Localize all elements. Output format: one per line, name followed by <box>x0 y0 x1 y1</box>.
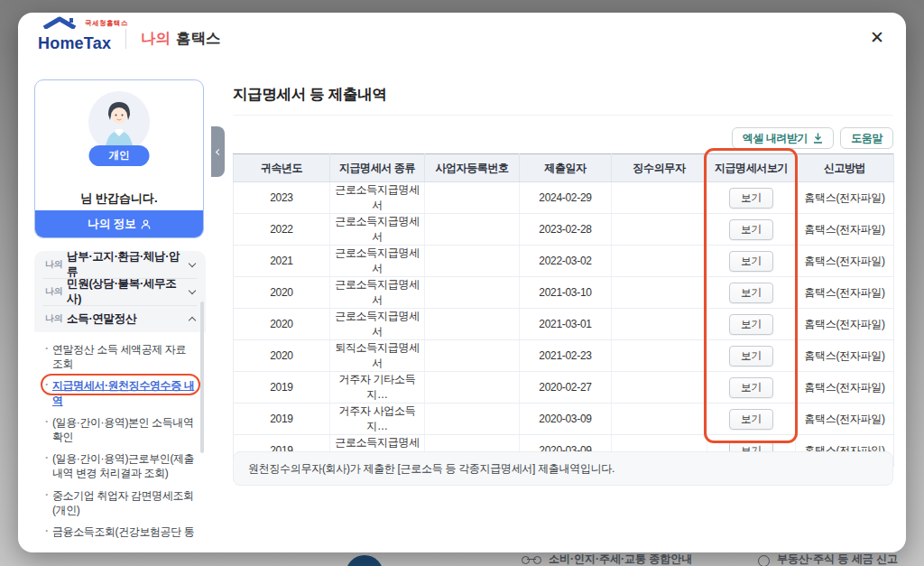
cell-view: 보기 <box>707 340 796 372</box>
table-row: 2020근로소득지급명세서2021-03-10보기홈택스(전자파일) <box>234 277 894 309</box>
table-column-header: 제출일자 <box>520 154 612 182</box>
sidebar-submenu-item[interactable]: (일용·간이·용역)본인 소득내역 확인 <box>43 412 199 448</box>
table-row: 2023근로소득지급명세서2024-02-29보기홈택스(전자파일) <box>234 182 894 214</box>
help-button[interactable]: 도움말 <box>840 127 893 149</box>
download-icon <box>813 133 823 144</box>
sidebar-section[interactable]: 나의소득·연말정산 <box>34 305 206 332</box>
cell-type: 거주자 기타소득지… <box>330 372 425 404</box>
my-info-button[interactable]: 나의 정보 <box>35 210 203 237</box>
cell-biz-no <box>425 277 520 309</box>
chevron-left-icon <box>216 148 222 154</box>
view-button[interactable]: 보기 <box>729 377 773 398</box>
excel-download-button[interactable]: 엑셀 내려받기 <box>732 127 835 149</box>
chevron-down-icon <box>189 286 196 293</box>
dimmed-background-strip: 소비·인지·주세·교통 종합안내 부동산·주식 등 세금 신고 <box>0 552 924 566</box>
table-column-header: 지급명세서보기 <box>707 154 796 182</box>
cell-type: 근로소득지급명세서 <box>330 246 425 277</box>
submenu-item-label: 지급명세서·원천징수영수증 내역 <box>52 379 194 406</box>
coin-icon <box>758 555 770 566</box>
cell-method: 홈택스(전자파일) <box>796 340 894 372</box>
view-button[interactable]: 보기 <box>729 409 773 430</box>
cell-view: 보기 <box>707 182 796 214</box>
cell-withholder <box>612 340 707 372</box>
cell-method: 홈택스(전자파일) <box>796 277 894 309</box>
submission-table: 귀속년도지급명세서 종류사업자등록번호제출일자징수의무자지급명세서보기신고방법 … <box>233 153 894 467</box>
cell-biz-no <box>425 309 520 340</box>
cell-type: 퇴직소득지급명세서 <box>330 340 425 372</box>
cell-view: 보기 <box>707 246 796 277</box>
cell-biz-no <box>425 182 520 214</box>
cell-type: 거주자 사업소득지… <box>330 404 425 435</box>
cell-type: 근로소득지급명세서 <box>330 309 425 340</box>
cell-year: 2023 <box>234 182 330 214</box>
cell-date: 2021-02-23 <box>520 340 612 372</box>
cell-type: 근로소득지급명세서 <box>330 214 425 246</box>
footnote-box: 원천징수의무자(회사)가 제출한 [근로소득 등 각종지급명세서] 제출내역입니… <box>233 451 893 486</box>
cell-year: 2019 <box>234 372 330 404</box>
close-icon[interactable]: ✕ <box>870 29 884 46</box>
cell-year: 2021 <box>234 246 330 277</box>
submenu-item-label: (일용·간이·용역)근로부인(제출내역 변경 처리결과 조회) <box>52 452 194 479</box>
view-button[interactable]: 보기 <box>729 314 773 335</box>
table-row: 2020퇴직소득지급명세서2021-02-23보기홈택스(전자파일) <box>234 340 894 372</box>
sidebar-submenu-item[interactable]: 중소기업 취업자 감면명세조회(개인) <box>43 485 199 521</box>
modal-title-rest: 홈택스 <box>176 29 221 49</box>
view-button[interactable]: 보기 <box>729 188 773 209</box>
submenu-item-label: 중소기업 취업자 감면명세조회(개인) <box>52 489 194 516</box>
sidebar-section[interactable]: 나의납부·고지·환급·체납·압류 <box>34 251 206 278</box>
cell-biz-no <box>425 404 520 435</box>
cell-method: 홈택스(전자파일) <box>796 404 894 435</box>
avatar <box>88 91 150 153</box>
sidebar-submenu-item[interactable]: (일용·간이·용역)근로부인(제출내역 변경 처리결과 조회) <box>43 448 199 484</box>
chevron-up-icon <box>189 316 196 323</box>
sidebar-submenu-item[interactable]: 금융소득조회(건강보험공단 통보자료) <box>43 521 199 540</box>
cell-date: 2023-02-28 <box>520 214 612 246</box>
table-row: 2022근로소득지급명세서2023-02-28보기홈택스(전자파일) <box>234 214 894 246</box>
modal-title: 나의 홈택스 <box>141 29 221 49</box>
sidebar-submenu-item[interactable]: 지급명세서·원천징수영수증 내역 <box>43 375 199 411</box>
modal-title-accent: 나의 <box>141 29 171 49</box>
title-divider <box>233 115 893 116</box>
submenu-item-label: 연말정산 소득 세액공제 자료 조회 <box>52 343 186 370</box>
user-type-badge: 개인 <box>89 145 150 166</box>
cell-type: 근로소득지급명세서 <box>330 277 425 309</box>
view-button[interactable]: 보기 <box>729 219 773 240</box>
footnote-text: 원천징수의무자(회사)가 제출한 [근로소득 등 각종지급명세서] 제출내역입니… <box>248 461 614 477</box>
view-button[interactable]: 보기 <box>729 346 773 367</box>
section-prefix: 나의 <box>45 285 63 298</box>
background-menu-label: 소비·인지·주세·교통 종합안내 <box>549 552 692 566</box>
cell-view: 보기 <box>707 372 796 404</box>
section-label: 민원(상담·불복·세무조사) <box>67 276 189 307</box>
roof-icon <box>42 16 83 32</box>
table-row: 2019거주자 기타소득지…2020-02-27보기홈택스(전자파일) <box>234 372 894 404</box>
cell-method: 홈택스(전자파일) <box>796 182 894 214</box>
cell-withholder <box>612 182 707 214</box>
view-button[interactable]: 보기 <box>729 283 773 303</box>
cell-date: 2022-03-02 <box>520 246 612 277</box>
table-column-header: 징수의무자 <box>612 154 707 182</box>
cell-withholder <box>612 277 707 309</box>
sidebar-section[interactable]: 나의민원(상담·불복·세무조사) <box>34 278 206 305</box>
table-row: 2019거주자 사업소득지…2020-03-09보기홈택스(전자파일) <box>234 404 894 435</box>
cell-withholder <box>612 246 707 277</box>
person-icon <box>141 219 151 229</box>
hometax-logo[interactable]: HomeTax 국세청홈택스 <box>38 26 111 51</box>
table-row: 2020근로소득지급명세서2021-03-01보기홈택스(전자파일) <box>234 309 894 340</box>
sidebar-collapse-handle[interactable] <box>211 126 225 177</box>
cell-type: 근로소득지급명세서 <box>330 182 425 214</box>
cell-date: 2020-03-09 <box>520 404 612 435</box>
table-header-row: 귀속년도지급명세서 종류사업자등록번호제출일자징수의무자지급명세서보기신고방법 <box>234 154 894 182</box>
cell-year: 2020 <box>234 309 330 340</box>
background-menu-label: 부동산·주식 등 세금 신고 <box>777 552 898 566</box>
excel-download-label: 엑셀 내려받기 <box>743 131 808 146</box>
table-column-header: 귀속년도 <box>234 154 330 182</box>
view-button[interactable]: 보기 <box>729 251 773 272</box>
sidebar-submenu-item[interactable]: 연말정산 소득 세액공제 자료 조회 <box>43 339 199 375</box>
table-row: 2021근로소득지급명세서2022-03-02보기홈택스(전자파일) <box>234 246 894 277</box>
greeting-text: 님 반갑습니다. <box>35 190 203 207</box>
cell-year: 2022 <box>234 214 330 246</box>
background-menu-item: 소비·인지·주세·교통 종합안내 <box>522 552 692 566</box>
profile-card: 개인 님 반갑습니다. 나의 정보 <box>34 79 204 238</box>
submenu-item-label: 금융소득조회(건강보험공단 통보자료) <box>52 525 194 540</box>
cell-biz-no <box>425 246 520 277</box>
